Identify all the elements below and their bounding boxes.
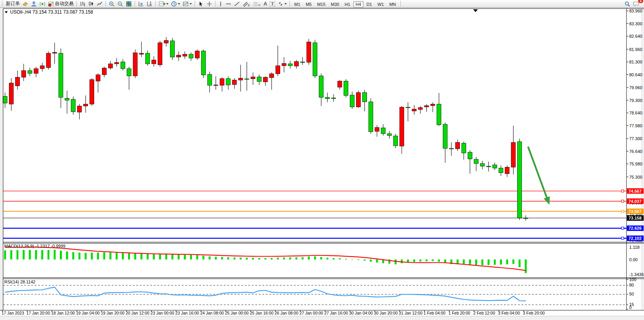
candle-chart-icon[interactable] [87, 0, 95, 7]
search-icon[interactable] [623, 0, 632, 7]
price-axis-label: 82.640 [629, 34, 642, 39]
macd-bar [60, 251, 62, 260]
text-label-icon[interactable]: T [268, 0, 277, 7]
cursor-icon[interactable] [197, 0, 205, 7]
timeframe-button-W1[interactable]: W1 [375, 1, 386, 7]
price-axis-label: 79.960 [629, 85, 642, 90]
price-axis-label: 75.300 [629, 175, 642, 179]
macd-bar [426, 260, 428, 262]
text-icon[interactable]: A [262, 0, 268, 7]
timeframe-button-M30[interactable]: M30 [328, 1, 341, 7]
line-chart-icon[interactable] [95, 0, 104, 7]
toolbar-separator [155, 1, 156, 7]
macd-bar [488, 260, 490, 265]
accounts-icon[interactable] [30, 0, 38, 7]
macd-bar [153, 254, 155, 260]
candle [369, 98, 373, 134]
time-axis-label: 1 Feb 04:00 [424, 311, 446, 315]
vertical-line-icon[interactable] [217, 0, 224, 7]
macd-bar [345, 259, 347, 260]
timeframe-button-M5[interactable]: M5 [304, 1, 314, 7]
macd-bar [289, 257, 291, 259]
macd-bar [413, 260, 415, 262]
mt4-window: 新订单 自动交易 [0, 0, 644, 320]
macd-bar [79, 253, 81, 260]
time-axis-label: 27 Jan 00:00 [300, 311, 323, 315]
macd-bar [72, 252, 74, 260]
timeframe-button-H1[interactable]: H1 [342, 1, 353, 7]
macd-bar [91, 253, 93, 260]
toolbar-separator [105, 1, 106, 7]
candle [158, 41, 162, 67]
time-axis-label: 30 Jan 20:00 [374, 311, 398, 315]
indicators-icon[interactable] [157, 0, 170, 7]
macd-bar [221, 257, 223, 259]
toolbar-separator [76, 1, 77, 7]
candle [313, 40, 317, 78]
horizontal-line-icon[interactable] [224, 0, 233, 7]
macd-bar [122, 253, 124, 259]
chevron-down-icon[interactable] [190, 3, 192, 5]
timeframe-button-M1[interactable]: M1 [292, 1, 302, 7]
chart-autoscroll-icon[interactable] [145, 0, 154, 7]
label-tool-glyph: T [270, 1, 275, 7]
chevron-down-icon[interactable] [178, 3, 180, 5]
autotrade-button[interactable]: 自动交易 [47, 0, 75, 7]
equidistant-channel-icon[interactable]: E [241, 0, 252, 7]
crosshair-icon[interactable] [205, 0, 214, 7]
macd-bar [134, 253, 136, 260]
chart-shift-icon[interactable] [137, 0, 145, 7]
zoom-in-icon[interactable] [107, 0, 116, 7]
line-handle[interactable] [621, 237, 624, 239]
line-handle[interactable] [621, 210, 624, 213]
candle [356, 91, 361, 108]
macd-bar [202, 256, 204, 260]
timeframe-button-H4[interactable]: H4 [353, 1, 363, 7]
macd-plot-area[interactable] [3, 243, 641, 278]
timeframe-button-M15[interactable]: M15 [315, 1, 328, 7]
time-axis-label: 1 Feb 20:00 [448, 311, 470, 315]
chat-icon[interactable]: 1 [632, 0, 641, 7]
macd-bar [227, 257, 229, 260]
fibonacci-icon[interactable]: F [252, 0, 262, 7]
macd-bar [295, 257, 297, 259]
bar-chart-icon[interactable] [78, 0, 87, 7]
trendline-icon[interactable] [233, 0, 241, 7]
timeframe-button-D1[interactable]: D1 [364, 1, 374, 7]
arrows-icon[interactable] [276, 0, 288, 7]
time-axis-label: 25 Jan 00:00 [225, 311, 249, 315]
chart-canvas[interactable]: 83.96083.30082.64081.96081.30080.64079.9… [0, 0, 644, 320]
line-handle[interactable] [621, 227, 624, 229]
chevron-down-icon[interactable] [284, 3, 287, 5]
timeframe-button-MN[interactable]: MN [387, 1, 398, 7]
macd-bar [54, 250, 56, 259]
macd-bar [265, 258, 267, 259]
line-handle[interactable] [621, 190, 624, 192]
macd-bar [196, 255, 198, 259]
line-handle[interactable] [621, 200, 624, 202]
toolbar-separator [400, 1, 401, 7]
macd-bar [85, 253, 87, 259]
zoom-out-icon[interactable] [116, 0, 125, 7]
toolbar-separator [290, 1, 290, 7]
macd-bar [209, 257, 211, 260]
price-axis-label: 81.300 [629, 60, 642, 64]
order-icon[interactable] [21, 0, 30, 7]
macd-bar [512, 260, 514, 264]
time-axis-label: 31 Jan 12:00 [399, 311, 423, 315]
main-plot-area[interactable] [3, 9, 641, 242]
rsi-axis-label: 50 [629, 292, 634, 296]
chevron-down-icon[interactable] [166, 3, 168, 5]
new-order-button[interactable]: 新订单 [4, 0, 21, 7]
time-axis-label: 23 Jan 00:00 [151, 311, 174, 315]
macd-bar [140, 253, 142, 260]
templates-icon[interactable] [181, 0, 193, 7]
candle [133, 49, 137, 78]
periods-icon[interactable] [170, 0, 181, 7]
toolbar-separator [135, 1, 135, 7]
tile-windows-icon[interactable] [125, 0, 133, 7]
signals-icon[interactable] [38, 0, 47, 7]
time-axis-label: 30 Jan 04:00 [349, 311, 373, 315]
price-axis-label: 83.960 [629, 9, 642, 13]
macd-bar [252, 258, 254, 259]
